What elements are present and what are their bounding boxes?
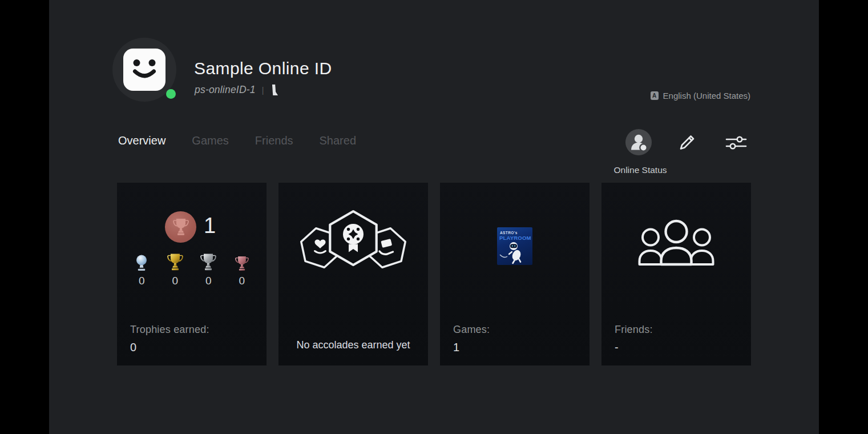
friends-group-icon xyxy=(633,218,719,275)
platinum-trophy-icon xyxy=(134,254,149,272)
game-title-small: ASTRO's xyxy=(500,231,532,235)
summary-cards: 1 xyxy=(117,183,751,365)
language-indicator: A English (United States) xyxy=(651,91,750,101)
silver-count: 0 xyxy=(205,275,212,287)
astro-robot-icon xyxy=(499,240,529,264)
language-icon: A xyxy=(651,91,659,100)
trophy-icon xyxy=(172,218,189,236)
ps5-profile-screen: Sample Online ID ps-onlineID-1 | A Engli… xyxy=(0,0,868,434)
sliders-icon xyxy=(725,134,748,152)
edit-profile-button[interactable] xyxy=(675,130,699,154)
profile-display-name: Sample Online ID xyxy=(194,59,332,78)
friends-value: - xyxy=(615,341,619,354)
settings-button[interactable] xyxy=(725,134,748,152)
online-status-label: Online Status xyxy=(604,165,677,175)
avatar-face-icon xyxy=(123,49,165,91)
language-label: English (United States) xyxy=(663,91,750,101)
games-value: 1 xyxy=(453,341,459,354)
accolades-hexagons-icon xyxy=(296,208,411,276)
bronze-count: 0 xyxy=(239,275,245,287)
gold-count: 0 xyxy=(172,275,178,287)
friends-card[interactable]: Friends: - xyxy=(601,183,751,365)
online-id: ps-onlineID-1 xyxy=(195,84,256,96)
game-thumbnail[interactable]: ASTRO's PLAYROOM xyxy=(497,227,532,265)
pencil-icon xyxy=(675,131,698,154)
trophies-earned-value: 0 xyxy=(130,341,136,354)
bronze-trophy-icon xyxy=(235,255,249,272)
separator: | xyxy=(262,86,264,95)
avatar[interactable] xyxy=(112,38,176,102)
games-card[interactable]: ASTRO's PLAYROOM Games: 1 xyxy=(440,183,590,365)
silver-trophy: 0 xyxy=(192,249,225,287)
bronze-trophy: 0 xyxy=(225,249,259,287)
gift-icon xyxy=(381,239,392,248)
gold-trophy-icon xyxy=(167,252,183,272)
hand-icon xyxy=(380,251,393,254)
tab-games[interactable]: Games xyxy=(192,134,228,147)
friends-label: Friends: xyxy=(615,324,653,336)
trophy-counts-row: 0 xyxy=(125,249,259,287)
tab-friends[interactable]: Friends xyxy=(255,134,293,147)
profile-id-row: ps-onlineID-1 | xyxy=(195,84,278,96)
games-label: Games: xyxy=(453,324,490,336)
tab-shared[interactable]: Shared xyxy=(320,134,357,147)
heart-icon xyxy=(315,239,326,248)
content-area: Sample Online ID ps-onlineID-1 | A Engli… xyxy=(49,0,819,434)
tab-bar: Overview Games Friends Shared xyxy=(118,134,356,147)
person-status-icon xyxy=(625,129,652,155)
accolades-message: No accolades earned yet xyxy=(278,339,428,351)
ps5-console-icon xyxy=(270,84,278,96)
accolades-card[interactable]: No accolades earned yet xyxy=(278,183,428,365)
trophy-level-value: 1 xyxy=(204,214,216,238)
trophies-card[interactable]: 1 xyxy=(117,183,267,365)
online-status-button[interactable] xyxy=(625,129,652,155)
trophies-earned-label: Trophies earned: xyxy=(130,324,209,336)
platinum-trophy: 0 xyxy=(125,249,159,287)
tab-overview[interactable]: Overview xyxy=(118,134,165,147)
gold-trophy: 0 xyxy=(159,249,192,287)
online-indicator-dot xyxy=(166,89,176,99)
silver-trophy-icon xyxy=(200,252,216,272)
platinum-count: 0 xyxy=(139,275,145,287)
trophy-level-badge xyxy=(165,211,196,243)
